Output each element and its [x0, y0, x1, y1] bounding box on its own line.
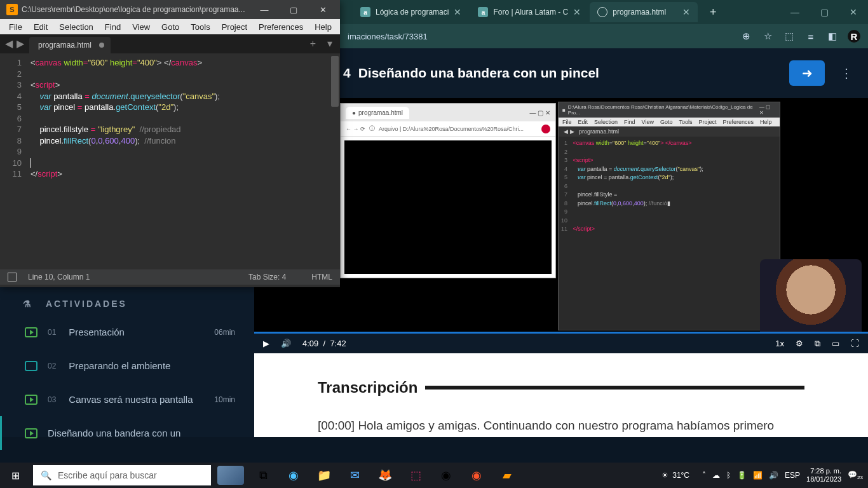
language-mode[interactable]: HTML [311, 273, 332, 281]
start-button[interactable]: ⊞ [0, 463, 31, 488]
taskbar-search[interactable]: 🔍Escribe aquí para buscar [33, 465, 211, 485]
sublime-menu-bar: File Edit Selection Find View Goto Tools… [0, 19, 340, 34]
brave-icon[interactable]: ◉ [461, 463, 492, 488]
video-browser-tab: ● programaa.html [346, 107, 409, 119]
sublime-window: S C:\Users\rembr\Desktop\one\logica de p… [0, 0, 340, 287]
minimize-button[interactable]: — [780, 0, 810, 24]
menu-edit[interactable]: Edit [29, 21, 53, 33]
zoom-icon[interactable]: ⊕ [740, 30, 752, 43]
edge-icon[interactable]: ◉ [278, 463, 309, 488]
cursor-position: Line 10, Column 1 [28, 273, 90, 281]
menu-preferences[interactable]: Preferences [254, 21, 308, 33]
profile-avatar[interactable]: R [848, 30, 860, 43]
activity-item[interactable]: 01Presentación06min [0, 315, 254, 349]
flask-icon: ⚗ [23, 299, 33, 309]
sidebar-icon[interactable]: ◧ [826, 30, 839, 43]
sublime-logo-icon: S [6, 4, 18, 15]
tab-size[interactable]: Tab Size: 4 [248, 273, 286, 281]
play-icon [25, 428, 37, 438]
menu-selection[interactable]: Selection [54, 21, 98, 33]
menu-goto[interactable]: Goto [156, 21, 184, 33]
volume-icon[interactable]: 🔊 [769, 471, 778, 480]
close-icon[interactable]: ✕ [454, 7, 461, 17]
pip-icon[interactable]: ⧉ [815, 339, 820, 349]
language-indicator[interactable]: ESP [785, 471, 800, 480]
nav-back[interactable]: ◀ [3, 34, 15, 53]
browser-tab[interactable]: aLógica de programaci✕ [353, 2, 469, 22]
video-editor-window: ■D:\Alura Rosa\Documentos Rosa\Christian… [558, 102, 780, 330]
chrome-icon[interactable]: ◉ [431, 463, 461, 488]
volume-button[interactable]: 🔊 [281, 339, 291, 348]
menu-file[interactable]: File [4, 21, 27, 33]
chevron-up-icon[interactable]: ˄ [702, 471, 706, 480]
browser-window-controls: — ▢ ✕ [780, 0, 868, 24]
extension-icon[interactable]: ⬚ [783, 30, 796, 43]
code-editor[interactable]: 1<canvas width="600" height="400"> </can… [0, 53, 340, 269]
activity-item[interactable]: 03Canvas será nuestra pantalla10min [0, 383, 254, 416]
next-button[interactable]: ➜ [789, 60, 825, 86]
new-tab-button[interactable]: + [704, 3, 722, 21]
scrollbar-thumb[interactable] [331, 56, 339, 107]
close-icon[interactable]: ✕ [682, 7, 690, 17]
favicon: a [478, 7, 488, 17]
clock[interactable]: 7:28 p. m.18/01/2023 [806, 467, 841, 484]
search-icon: 🔍 [41, 470, 51, 480]
activity-item[interactable]: 02Preparando el ambiente [0, 349, 254, 383]
new-tab-button[interactable]: + [304, 34, 322, 53]
video-time: 4:09 / 7:42 [302, 339, 346, 348]
menu-help[interactable]: Help [309, 21, 337, 33]
windows-taskbar: ⊞ 🔍Escribe aquí para buscar ⧉ ◉ 📁 ✉ 🦊 ⬚ … [0, 463, 868, 488]
task-view-icon[interactable]: ⧉ [248, 463, 278, 488]
menu-view[interactable]: View [127, 21, 155, 33]
speed-button[interactable]: 1x [775, 339, 784, 348]
settings-icon[interactable]: ⚙ [796, 339, 803, 348]
firefox-icon[interactable]: 🦊 [370, 463, 400, 488]
sublime-titlebar[interactable]: S C:\Users\rembr\Desktop\one\logica de p… [0, 0, 340, 19]
play-button[interactable]: ▶ [263, 339, 269, 348]
maximize-button[interactable]: ▢ [810, 0, 839, 24]
transcript-body: [00:00] Hola amigos y amigas. Continuand… [318, 416, 804, 437]
url-bar[interactable]: imaciones/task/73381 ⊕ ☆ ⬚ ≡ ◧ R [340, 24, 868, 48]
play-icon [25, 395, 37, 405]
reader-icon[interactable]: ≡ [804, 30, 817, 43]
editor-tab[interactable]: programaa.html [29, 37, 111, 53]
favorite-icon[interactable]: ☆ [761, 30, 774, 43]
browser-tab[interactable]: aForo | Alura Latam - C✕ [470, 2, 588, 22]
sublime-taskbar-icon[interactable]: ▰ [492, 463, 522, 488]
news-widget[interactable] [217, 466, 244, 485]
mail-icon[interactable]: ✉ [339, 463, 370, 488]
close-button[interactable]: ✕ [308, 0, 337, 19]
tab-label: Lógica de programaci [376, 8, 449, 17]
fullscreen-icon[interactable]: ⛶ [851, 339, 859, 348]
weather-widget[interactable]: ☀31°C [661, 471, 689, 480]
nav-fwd[interactable]: ▶ [15, 34, 29, 53]
battery-icon[interactable]: 🔋 [737, 471, 747, 480]
menu-tools[interactable]: Tools [186, 21, 215, 33]
page-title: Diseñando una bandera con un pincel [358, 65, 599, 81]
minimize-button[interactable]: — [250, 0, 279, 19]
activity-item-current[interactable]: Diseñando una bandera con un [0, 416, 254, 450]
sublime-tab-bar: ◀ ▶ programaa.html + ▾ [0, 34, 340, 53]
close-button[interactable]: ✕ [839, 0, 868, 24]
explorer-icon[interactable]: 📁 [309, 463, 339, 488]
video-player: ● programaa.html— ▢ ✕ ← → ⟳ⓘArquivo | D:… [254, 98, 868, 353]
menu-project[interactable]: Project [217, 21, 252, 33]
maximize-button[interactable]: ▢ [279, 0, 308, 19]
onedrive-icon[interactable]: ☁ [712, 471, 720, 480]
more-menu-button[interactable]: ⋮ [840, 65, 853, 81]
video-browser-addr: Arquivo | D:/Alura%20Rosa/Documentos%20R… [379, 126, 524, 132]
browser-tab-bar: aLógica de programaci✕ aForo | Alura Lat… [340, 0, 868, 24]
activities-sidebar: ⚗ACTIVIDADES 01Presentación06min 02Prepa… [0, 283, 254, 437]
theater-icon[interactable]: ▭ [832, 339, 839, 348]
play-icon [25, 327, 37, 337]
canvas-preview [344, 140, 552, 274]
panel-toggle-icon[interactable] [8, 273, 17, 281]
menu-find[interactable]: Find [100, 21, 126, 33]
tab-menu-icon[interactable]: ▾ [322, 34, 337, 53]
browser-tab[interactable]: programaa.html✕ [590, 2, 698, 22]
bluetooth-icon[interactable]: ᛒ [726, 471, 731, 480]
notifications-icon[interactable]: 💬23 [848, 470, 863, 480]
close-icon[interactable]: ✕ [573, 7, 581, 17]
instagram-icon[interactable]: ⬚ [400, 463, 431, 488]
wifi-icon[interactable]: 📶 [753, 471, 763, 480]
